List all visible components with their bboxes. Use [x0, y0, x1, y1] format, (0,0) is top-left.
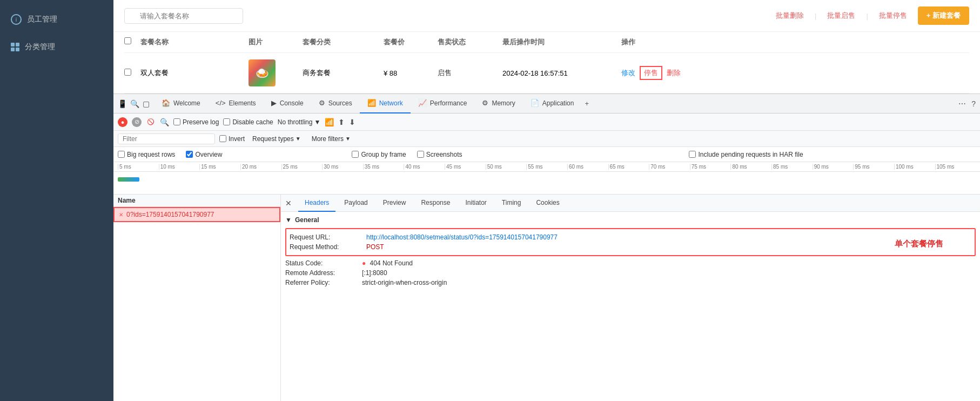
- network-list: Name ✕ 0?ids=175914015704179097​7 ✕ Head…: [113, 195, 980, 401]
- record-button[interactable]: ●: [118, 117, 127, 127]
- panel-tab-response-label: Response: [421, 199, 450, 206]
- panel-tab-cookies-label: Cookies: [536, 199, 559, 206]
- delete-button[interactable]: 删除: [667, 68, 681, 78]
- panel-tab-headers[interactable]: Headers: [298, 195, 335, 212]
- tab-performance[interactable]: 📈 Performance: [411, 94, 475, 113]
- request-types-button[interactable]: Request types ▼: [249, 134, 304, 144]
- screenshots-text: Screenshots: [426, 151, 462, 158]
- wifi-icon[interactable]: 📶: [325, 118, 334, 126]
- throttle-selector[interactable]: No throttling ▼: [278, 118, 321, 126]
- invert-checkbox[interactable]: [219, 135, 226, 142]
- row-checkbox[interactable]: [124, 69, 131, 76]
- new-setmeal-button[interactable]: + 新建套餐: [918, 6, 969, 25]
- help-icon[interactable]: ?: [971, 99, 976, 108]
- stop-record-button[interactable]: ⊘: [132, 117, 142, 127]
- tick-55ms: 55 ms: [526, 164, 567, 170]
- request-method-label: Request Method:: [290, 243, 360, 251]
- devtools-tab-bar: 📱 🔍 ▢ 🏠 Welcome </> Elements ▶ Console: [113, 94, 980, 113]
- sidebar-item-category[interactable]: 分类管理: [0, 34, 113, 61]
- tab-welcome-label: Welcome: [173, 99, 200, 107]
- network-request-item[interactable]: ✕ 0?ids=175914015704179097​7: [113, 207, 280, 222]
- search-input[interactable]: [124, 8, 243, 24]
- big-rows-label: Big request rows: [118, 151, 175, 158]
- tab-network[interactable]: 📶 Network: [360, 94, 411, 113]
- details-wrapper: Request URL: http://localhost:8080/setme…: [285, 228, 976, 256]
- row-actions: 修改 停售 删除: [621, 66, 729, 80]
- panel-tab-response[interactable]: Response: [414, 195, 457, 212]
- tick-65ms: 65 ms: [608, 164, 649, 170]
- console-icon[interactable]: ▢: [143, 99, 150, 108]
- network-column-name: Name: [113, 195, 280, 207]
- panel-tab-preview-label: Preview: [383, 199, 406, 206]
- inspect-icon[interactable]: 🔍: [130, 99, 139, 108]
- batch-start-button[interactable]: 批量启售: [823, 9, 860, 23]
- col-name: 套餐名称: [140, 37, 249, 47]
- batch-delete-button[interactable]: 批量删除: [771, 9, 808, 23]
- batch-stop-button[interactable]: 批量停售: [875, 9, 911, 23]
- tab-application[interactable]: 📄 Application: [523, 94, 582, 113]
- tab-elements[interactable]: </> Elements: [208, 94, 264, 113]
- tab-memory[interactable]: ⚙ Memory: [474, 94, 522, 113]
- download-icon[interactable]: ⬇: [349, 118, 355, 126]
- panel-tab-initiator-label: Initiator: [465, 199, 486, 206]
- filter-input[interactable]: [118, 133, 215, 144]
- general-title[interactable]: ▼ General: [285, 216, 976, 224]
- request-types-arrow-icon: ▼: [296, 136, 301, 142]
- referrer-policy-label: Referrer Policy:: [285, 279, 355, 286]
- network-right-panel: ✕ Headers Payload Preview Response: [281, 195, 980, 401]
- tab-console[interactable]: ▶ Console: [264, 94, 311, 113]
- status-code-row: Status Code: ● 404 Not Found: [285, 258, 976, 268]
- tick-75ms: 75 ms: [690, 164, 731, 170]
- sidebar-item-employee[interactable]: i 员工管理: [0, 5, 113, 34]
- tick-70ms: 70 ms: [649, 164, 690, 170]
- disable-cache-text: Disable cache: [232, 118, 273, 126]
- tab-application-label: Application: [542, 99, 574, 107]
- panel-close-button[interactable]: ✕: [285, 199, 292, 208]
- tick-105ms: 105 ms: [935, 164, 976, 170]
- tick-20ms: 20 ms: [240, 164, 281, 170]
- tab-welcome[interactable]: 🏠 Welcome: [154, 94, 208, 113]
- overview-checkbox[interactable]: [186, 151, 193, 158]
- content-area: 🔍 批量删除 | 批量启售 | 批量停售 + 新建套餐 套餐名称 图片 套餐分类…: [113, 0, 980, 401]
- select-all-checkbox[interactable]: [124, 37, 131, 44]
- panel-tab-payload[interactable]: Payload: [338, 195, 374, 212]
- panel-tab-preview[interactable]: Preview: [377, 195, 413, 212]
- pending-har-checkbox[interactable]: [689, 151, 696, 158]
- edit-button[interactable]: 修改: [621, 68, 635, 78]
- device-toggle-icon[interactable]: 📱: [118, 99, 127, 108]
- devtools-right-icons: ⋯ ?: [958, 99, 976, 108]
- search-network-button[interactable]: 🔍: [160, 118, 169, 126]
- tick-25ms: 25 ms: [281, 164, 323, 170]
- timeline-chart: [113, 172, 980, 194]
- top-actions: 批量删除 | 批量启售 | 批量停售 + 新建套餐: [771, 6, 969, 25]
- more-options-icon[interactable]: ⋯: [958, 99, 966, 108]
- general-section: ▼ General Request URL: http://localhost:…: [281, 212, 980, 292]
- preserve-log-checkbox[interactable]: [173, 118, 180, 125]
- disable-cache-checkbox[interactable]: [223, 118, 230, 125]
- status-code-label: Status Code:: [285, 259, 355, 267]
- more-filters-button[interactable]: More filters ▼: [308, 134, 354, 144]
- request-url-value: http://localhost:8080/setmeal/status/0?i…: [366, 233, 558, 241]
- timeline-area: 5 ms 10 ms 15 ms 20 ms 25 ms 30 ms 35 ms…: [113, 162, 980, 195]
- upload-icon[interactable]: ⬆: [338, 118, 345, 126]
- stop-button[interactable]: 停售: [640, 66, 662, 80]
- tab-sources[interactable]: ⚙ Sources: [311, 94, 360, 113]
- panel-tab-initiator[interactable]: Initiator: [459, 195, 493, 212]
- row-category: 商务套餐: [303, 68, 384, 78]
- big-rows-checkbox[interactable]: [118, 151, 125, 158]
- col-image: 图片: [249, 37, 303, 47]
- group-by-frame-checkbox[interactable]: [352, 151, 359, 158]
- throttle-arrow-icon: ▼: [314, 118, 320, 126]
- screenshots-checkbox[interactable]: [417, 151, 424, 158]
- panel-tab-timing[interactable]: Timing: [495, 195, 528, 212]
- panel-tabs: ✕ Headers Payload Preview Response: [281, 195, 980, 212]
- overview-label: Overview: [186, 151, 222, 158]
- sidebar-item-category-label: 分类管理: [25, 42, 55, 52]
- sidebar-item-employee-label: 员工管理: [27, 15, 57, 24]
- clear-button[interactable]: 🚫: [146, 117, 156, 127]
- overview-text: Overview: [195, 151, 222, 158]
- timeline-bar: [118, 177, 139, 182]
- panel-tab-cookies[interactable]: Cookies: [529, 195, 566, 212]
- tick-5ms: 5 ms: [118, 164, 159, 170]
- add-tab-button[interactable]: +: [581, 99, 592, 108]
